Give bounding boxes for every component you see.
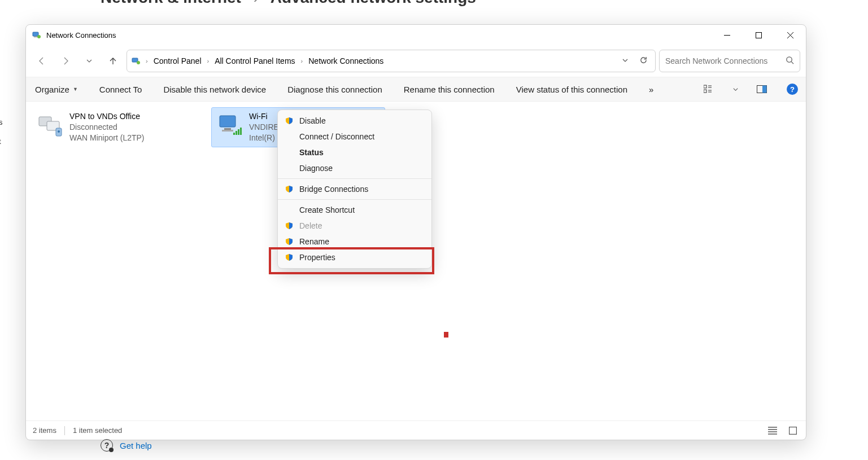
shield-icon xyxy=(285,116,294,125)
breadcrumb-network-connections[interactable]: Network Connections xyxy=(304,54,387,68)
help-icon: ? xyxy=(101,439,113,452)
annotation-marker-dot xyxy=(444,332,448,338)
adapter-name: Wi-Fi xyxy=(249,111,279,122)
minimize-button[interactable] xyxy=(711,25,743,45)
large-icons-view-button[interactable] xyxy=(787,424,799,437)
svg-rect-21 xyxy=(240,128,242,135)
chevron-right-icon: › xyxy=(254,0,259,6)
network-connections-window: Network Connections xyxy=(25,24,806,440)
menu-label: Disable xyxy=(299,116,326,125)
menu-label: Create Shortcut xyxy=(299,205,355,214)
breadcrumb-all-items[interactable]: All Control Panel Items xyxy=(211,54,299,68)
vpn-adapter-icon xyxy=(37,111,64,138)
menu-label: Properties xyxy=(299,253,335,262)
svg-rect-18 xyxy=(233,133,235,135)
menu-item-create-shortcut[interactable]: Create Shortcut xyxy=(278,202,431,218)
menu-item-diagnose[interactable]: Diagnose xyxy=(278,160,431,176)
toolbar-overflow-button[interactable]: » xyxy=(645,82,657,97)
adapter-context-menu: Disable Connect / Disconnect Status Diag… xyxy=(277,109,432,269)
menu-label: Bridge Connections xyxy=(299,185,368,194)
refresh-button[interactable] xyxy=(637,56,649,66)
status-divider xyxy=(64,426,65,435)
menu-item-connect-disconnect[interactable]: Connect / Disconnect xyxy=(278,129,431,144)
menu-item-status[interactable]: Status xyxy=(278,144,431,160)
menu-item-rename[interactable]: Rename xyxy=(278,234,431,249)
details-view-button[interactable] xyxy=(766,424,779,437)
chevron-right-icon[interactable]: › xyxy=(299,58,305,64)
svg-rect-19 xyxy=(235,131,237,135)
back-button[interactable] xyxy=(32,51,52,71)
svg-rect-1 xyxy=(34,37,37,37)
chevron-right-icon[interactable]: › xyxy=(206,58,211,64)
menu-label: Connect / Disconnect xyxy=(299,132,374,141)
window-title: Network Connections xyxy=(46,31,116,40)
adapter-list-pane[interactable]: VPN to VNDs Office Disconnected WAN Mini… xyxy=(26,102,806,420)
close-button[interactable] xyxy=(774,25,806,45)
breadcrumb-control-panel[interactable]: Control Panel xyxy=(150,54,206,68)
menu-label: Status xyxy=(299,148,324,157)
menu-item-properties[interactable]: Properties xyxy=(278,249,431,265)
chevron-right-icon[interactable]: › xyxy=(144,58,150,64)
shield-icon xyxy=(285,185,294,194)
status-bar: 2 items 1 item selected xyxy=(26,420,806,440)
parent-breadcrumb-left[interactable]: Network & internet xyxy=(101,0,241,6)
svg-point-5 xyxy=(137,61,140,64)
shield-icon xyxy=(285,221,294,230)
svg-rect-20 xyxy=(238,129,239,135)
preview-pane-button[interactable] xyxy=(754,81,770,97)
svg-rect-15 xyxy=(220,116,235,127)
shield-icon xyxy=(285,253,294,262)
svg-rect-8 xyxy=(704,90,706,93)
disable-device-button[interactable]: Disable this network device xyxy=(160,82,269,97)
menu-item-disable[interactable]: Disable xyxy=(278,113,431,129)
parent-breadcrumb-right: Advanced network settings xyxy=(271,0,476,6)
organize-menu[interactable]: Organize▼ xyxy=(32,82,81,97)
shield-icon xyxy=(285,237,294,246)
get-help-link[interactable]: Get help xyxy=(120,441,152,450)
svg-rect-3 xyxy=(756,32,761,38)
up-button[interactable] xyxy=(103,51,123,71)
parent-get-help-row: ? Get help xyxy=(101,439,152,452)
parent-settings-window: Network & internet › Advanced network se… xyxy=(0,0,868,7)
view-layout-button[interactable] xyxy=(701,81,717,97)
menu-label: Delete xyxy=(299,221,322,230)
rename-connection-button[interactable]: Rename this connection xyxy=(400,82,498,97)
status-item-count: 2 items xyxy=(33,426,56,435)
title-bar: Network Connections xyxy=(26,25,806,45)
adapter-device: WAN Miniport (L2TP) xyxy=(69,133,145,143)
status-selected-count: 1 item selected xyxy=(73,426,122,435)
search-input[interactable] xyxy=(665,56,786,65)
menu-separator xyxy=(278,178,431,179)
svg-rect-7 xyxy=(704,85,706,88)
dropdown-icon: ▼ xyxy=(73,86,78,92)
svg-rect-0 xyxy=(33,32,38,36)
svg-point-14 xyxy=(58,130,60,133)
svg-point-6 xyxy=(787,57,792,62)
menu-item-delete: Delete xyxy=(278,218,431,234)
adapter-status: VNDIRE xyxy=(249,122,279,133)
diagnose-connection-button[interactable]: Diagnose this connection xyxy=(284,82,386,97)
address-bar[interactable]: › Control Panel › All Control Panel Item… xyxy=(127,50,656,72)
maximize-button[interactable] xyxy=(743,25,774,45)
menu-separator xyxy=(278,199,431,200)
menu-item-bridge-connections[interactable]: Bridge Connections xyxy=(278,181,431,197)
network-connections-icon xyxy=(32,30,42,40)
search-icon[interactable] xyxy=(786,56,794,66)
forward-button[interactable] xyxy=(55,51,76,71)
adapter-device: Intel(R) xyxy=(249,133,279,143)
address-dropdown-button[interactable] xyxy=(619,56,631,65)
adapter-item-vpn[interactable]: VPN to VNDs Office Disconnected WAN Mini… xyxy=(32,107,206,147)
menu-label: Diagnose xyxy=(299,164,333,173)
view-status-button[interactable]: View status of this connection xyxy=(513,82,631,97)
view-dropdown-button[interactable] xyxy=(731,81,739,97)
parent-sidebar-peek: s t xyxy=(0,113,14,181)
wifi-adapter-icon xyxy=(216,111,243,138)
help-button[interactable]: ? xyxy=(784,81,800,97)
adapter-status: Disconnected xyxy=(69,122,145,133)
svg-rect-16 xyxy=(224,128,231,130)
svg-point-2 xyxy=(37,35,41,38)
connect-to-button[interactable]: Connect To xyxy=(96,82,146,97)
svg-rect-17 xyxy=(222,130,233,132)
search-box[interactable] xyxy=(659,50,800,72)
recent-locations-button[interactable] xyxy=(79,51,99,71)
